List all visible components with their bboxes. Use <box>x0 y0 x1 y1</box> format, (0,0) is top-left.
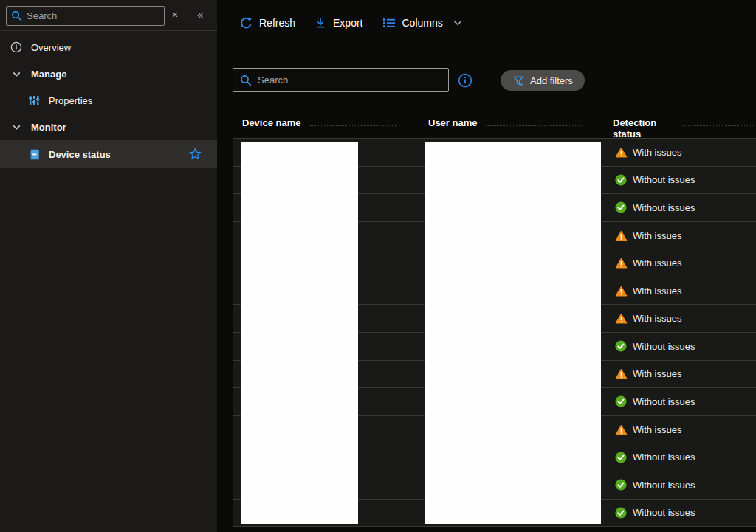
main-content: Refresh Export <box>217 0 756 532</box>
detection-status-cell: Without issues <box>615 479 695 491</box>
toolbar-divider <box>233 46 756 46</box>
header-dots <box>486 119 583 126</box>
column-header-user-name[interactable]: User name <box>428 117 583 128</box>
detection-status-label: With issues <box>633 368 681 379</box>
chevron-down-icon <box>453 18 463 28</box>
add-filters-label: Add filters <box>530 75 573 86</box>
detection-status-label: With issues <box>633 313 681 324</box>
table-header: Device name User name Detection status <box>217 114 756 138</box>
column-header-label: User name <box>428 117 477 128</box>
detection-status-cell: With issues <box>615 258 681 269</box>
warning-icon <box>615 285 628 297</box>
success-icon <box>615 201 628 213</box>
detection-status-label: With issues <box>633 424 681 435</box>
notebook-icon <box>28 148 40 160</box>
success-icon <box>615 395 628 407</box>
detection-status-cell: With issues <box>615 146 681 158</box>
table-search-input[interactable] <box>258 75 441 86</box>
warning-icon <box>615 424 628 435</box>
detection-status-label: Without issues <box>633 452 695 463</box>
refresh-label: Refresh <box>259 17 295 29</box>
detection-status-cell: With issues <box>615 368 681 380</box>
collapse-sidebar-icon[interactable]: « <box>197 9 203 20</box>
sidebar-item-label: Monitor <box>31 122 66 133</box>
detection-status-cell: With issues <box>615 285 681 297</box>
detection-status-cell: With issues <box>615 424 681 435</box>
redaction-overlay-user-name <box>425 142 601 524</box>
column-header-detection-status[interactable]: Detection status <box>613 117 756 139</box>
chevron-down-icon <box>10 121 22 133</box>
dismiss-search-icon[interactable]: × <box>172 10 178 20</box>
header-dots <box>310 119 397 126</box>
column-header-device-name[interactable]: Device name <box>242 117 397 128</box>
detection-status-label: Without issues <box>633 341 695 352</box>
detection-status-label: Without issues <box>633 396 695 407</box>
detection-status-label: With issues <box>633 230 681 241</box>
search-icon <box>240 75 252 86</box>
sidebar-item-properties[interactable]: Properties <box>0 87 217 114</box>
equalizer-icon <box>28 94 40 106</box>
sidebar-item-label: Overview <box>31 42 71 53</box>
success-icon <box>615 174 628 186</box>
warning-icon <box>615 146 628 158</box>
info-icon[interactable] <box>458 73 472 88</box>
favorite-star-icon[interactable] <box>189 148 202 160</box>
detection-status-label: Without issues <box>633 507 695 518</box>
detection-status-cell: Without issues <box>615 174 695 186</box>
sidebar: × « Overview Manage <box>0 0 217 532</box>
detection-status-cell: Without issues <box>615 507 695 519</box>
refresh-button[interactable]: Refresh <box>240 17 295 30</box>
success-icon <box>615 452 628 463</box>
success-icon <box>615 479 628 491</box>
sidebar-search-row: × « <box>0 0 217 31</box>
command-bar: Refresh Export <box>217 0 756 46</box>
detection-status-label: With issues <box>633 286 681 297</box>
column-header-label: Detection status <box>613 117 674 139</box>
columns-list-icon <box>382 17 396 29</box>
sidebar-item-overview[interactable]: Overview <box>0 34 217 61</box>
sidebar-item-label: Device status <box>49 149 111 160</box>
columns-label: Columns <box>402 17 443 29</box>
download-icon <box>315 17 326 29</box>
sidebar-search-input[interactable] <box>27 10 159 21</box>
detection-status-label: With issues <box>633 147 681 158</box>
header-dots <box>683 119 756 126</box>
search-icon <box>11 10 22 21</box>
sidebar-item-label: Properties <box>49 95 92 106</box>
column-header-label: Device name <box>242 117 301 128</box>
detection-status-label: With issues <box>633 258 681 269</box>
warning-icon <box>615 368 628 380</box>
sidebar-item-monitor[interactable]: Monitor <box>0 114 217 140</box>
sidebar-search-box[interactable] <box>6 6 165 26</box>
success-icon <box>615 340 628 352</box>
detection-status-label: Without issues <box>633 174 695 185</box>
sidebar-item-manage[interactable]: Manage <box>0 61 217 87</box>
detection-status-cell: Without issues <box>615 340 695 352</box>
export-label: Export <box>333 17 362 29</box>
detection-status-cell: Without issues <box>615 201 695 213</box>
chevron-down-icon <box>10 68 22 80</box>
warning-icon <box>615 229 628 241</box>
sidebar-item-device-status[interactable]: Device status <box>0 140 217 168</box>
detection-status-cell: With issues <box>615 313 681 325</box>
sidebar-nav: Overview Manage <box>0 34 217 168</box>
detection-status-cell: Without issues <box>615 452 695 463</box>
detection-status-cell: With issues <box>615 229 681 241</box>
sidebar-item-label: Manage <box>31 69 66 80</box>
table-search-box[interactable] <box>233 68 449 92</box>
refresh-icon <box>240 17 252 30</box>
export-button[interactable]: Export <box>315 17 362 29</box>
detection-status-cell: Without issues <box>615 395 695 407</box>
warning-icon <box>615 313 628 325</box>
device-status-page: × « Overview Manage <box>0 0 756 532</box>
warning-icon <box>615 258 628 269</box>
success-icon <box>615 507 628 519</box>
columns-button[interactable]: Columns <box>382 17 463 29</box>
redaction-overlay-device-name <box>241 142 358 524</box>
detection-status-label: Without issues <box>633 480 695 491</box>
detection-status-label: Without issues <box>633 202 695 213</box>
info-icon <box>10 41 22 53</box>
add-filters-button[interactable]: Add filters <box>501 70 585 91</box>
filter-funnel-icon <box>512 75 524 86</box>
